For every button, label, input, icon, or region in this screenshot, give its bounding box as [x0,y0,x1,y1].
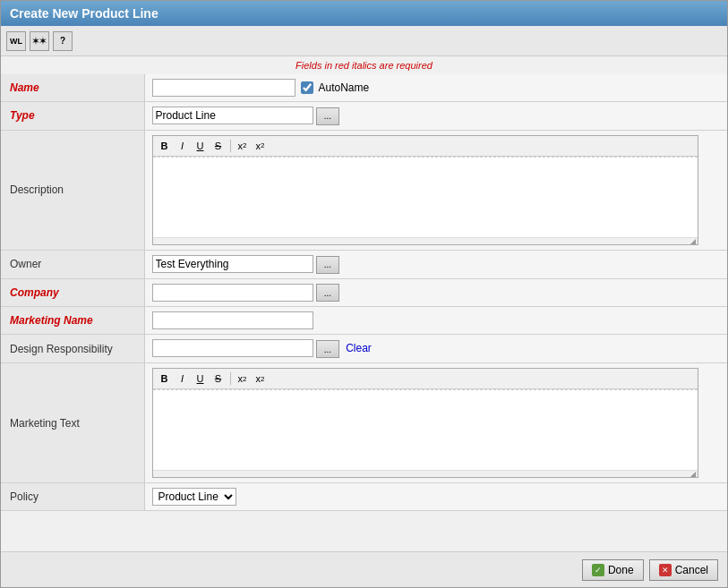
company-row: Company ... [1,278,727,307]
design-resp-browse-btn[interactable]: ... [316,340,339,358]
marketing-name-row: Marketing Name [1,307,727,335]
desc-sep [230,140,231,152]
owner-label: Owner [1,250,144,278]
resize-icon: ◢ [690,237,696,245]
done-label: Done [608,564,634,576]
design-resp-browse-icon: ... [324,345,331,354]
help-icon: ? [60,36,65,46]
marketing-text-value-cell: B I U S x2 x2 ◢ [144,363,727,483]
desc-italic-btn[interactable]: I [175,138,191,154]
toolbar-btn-xx[interactable]: ✶✶ [30,31,49,51]
cancel-button[interactable]: ✕ Cancel [649,559,718,581]
type-browse-btn[interactable]: ... [316,107,339,125]
company-browse-btn[interactable]: ... [316,284,339,302]
owner-value-cell: ... [144,250,727,278]
cancel-label: Cancel [675,564,708,576]
mkt-resize-icon: ◢ [690,470,696,478]
owner-browse-btn[interactable]: ... [316,256,339,274]
description-body[interactable] [153,157,698,237]
company-input[interactable] [152,284,313,302]
design-resp-row: Design Responsibility ... Clear [1,335,727,363]
mkt-sep [230,372,231,385]
owner-row: Owner ... [1,250,727,278]
cancel-icon: ✕ [659,564,672,576]
autoname-checkbox[interactable] [301,81,313,94]
done-icon: ✓ [592,564,604,576]
type-input[interactable] [152,107,313,124]
window-title: Create New Product Line [10,6,158,21]
desc-strike-btn[interactable]: S [210,138,227,154]
mkt-underline-btn[interactable]: U [193,371,209,387]
policy-row: Policy Product Line [1,483,727,511]
marketing-name-label: Marketing Name [1,307,144,335]
footer-bar: ✓ Done ✕ Cancel [1,551,727,587]
marketing-text-row: Marketing Text B I U S x2 x2 [1,363,727,483]
main-window: Create New Product Line WL ✶✶ ? Fields i… [0,0,728,588]
type-browse-icon: ... [324,111,331,121]
description-richtext: B I U S x2 x2 ◢ [152,135,698,245]
design-resp-input[interactable] [152,339,313,357]
form-table: Name AutoName Type ... [1,74,727,511]
title-bar: Create New Product Line [1,1,727,26]
marketing-name-input[interactable] [152,311,313,329]
xx-icon: ✶✶ [32,37,47,46]
marketing-name-value-cell [144,307,727,335]
mkt-italic-btn[interactable]: I [175,371,191,387]
owner-browse-icon: ... [324,260,331,269]
description-value-cell: B I U S x2 x2 ◢ [144,130,727,250]
company-label: Company [1,278,144,307]
marketing-text-label: Marketing Text [1,363,144,483]
desc-super-btn[interactable]: x2 [235,138,251,154]
marketing-text-footer: ◢ [153,470,698,477]
mkt-strike-btn[interactable]: S [210,371,227,387]
mkt-sub-btn[interactable]: x2 [253,371,269,387]
mkt-super-btn[interactable]: x2 [235,371,251,387]
name-value-cell: AutoName [144,74,727,102]
description-footer: ◢ [153,237,698,244]
design-resp-value-cell: ... Clear [144,335,727,363]
policy-label: Policy [1,483,144,511]
required-note: Fields in red italics are required [1,56,727,74]
desc-sub-btn[interactable]: x2 [253,138,269,154]
wl-icon: WL [10,37,22,46]
name-row: Name AutoName [1,74,727,102]
type-value-cell: ... [144,102,727,131]
policy-select[interactable]: Product Line [152,488,236,506]
marketing-text-richtext-toolbar: B I U S x2 x2 [153,369,698,389]
name-label: Name [1,74,144,102]
description-richtext-toolbar: B I U S x2 x2 [153,136,698,157]
autoname-label: AutoName [319,81,370,94]
owner-input[interactable] [152,255,313,273]
type-label: Type [1,102,144,131]
description-label: Description [1,130,144,250]
name-input[interactable] [152,79,295,97]
design-resp-clear-link[interactable]: Clear [346,342,372,354]
design-resp-label: Design Responsibility [1,335,144,363]
company-browse-icon: ... [324,288,331,298]
toolbar-btn-help[interactable]: ? [53,31,73,51]
company-value-cell: ... [144,278,727,307]
autoname-row: AutoName [152,79,721,97]
mkt-bold-btn[interactable]: B [157,371,173,387]
toolbar-btn-wl[interactable]: WL [6,31,26,51]
form-container: Fields in red italics are required Name … [1,56,727,551]
policy-value-cell: Product Line [144,483,727,511]
marketing-text-body[interactable] [153,389,698,470]
toolbar: WL ✶✶ ? [1,26,727,56]
marketing-text-richtext: B I U S x2 x2 ◢ [152,368,698,478]
type-row: Type ... [1,102,727,131]
done-button[interactable]: ✓ Done [582,559,644,581]
desc-bold-btn[interactable]: B [157,138,173,154]
desc-underline-btn[interactable]: U [193,138,209,154]
description-row: Description B I U S x2 x2 [1,130,727,250]
